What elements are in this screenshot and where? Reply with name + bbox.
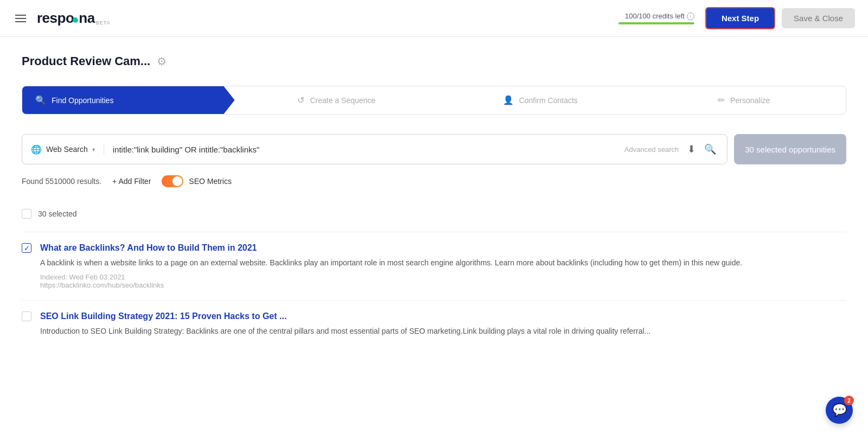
step-contacts-label: Confirm Contacts — [519, 96, 578, 105]
checkmark-icon: ✓ — [24, 244, 30, 252]
header-left: respona BETA — [13, 10, 111, 27]
search-row: 🌐 Web Search ▾ Advanced search ⬇ 🔍 30 se… — [22, 134, 846, 164]
save-close-button[interactable]: Save & Close — [782, 8, 855, 28]
selected-opportunities-button[interactable]: 30 selected opportunities — [734, 134, 846, 164]
logo-dot — [73, 17, 78, 23]
logo: respona BETA — [37, 10, 111, 27]
hamburger-menu[interactable] — [13, 12, 28, 24]
filter-row: Found 5510000 results. + Add Filter SEO … — [22, 175, 846, 187]
credits-info-icon[interactable]: i — [687, 12, 694, 20]
seo-metrics-toggle[interactable] — [162, 175, 183, 187]
result-description-1: A backlink is when a website links to a … — [40, 257, 846, 269]
search-type-text: Web Search — [46, 145, 88, 154]
search-step-icon: 🔍 — [35, 95, 46, 105]
credits-bar — [618, 22, 694, 24]
credits-value: 100/100 credits left — [625, 12, 685, 20]
result-content-1: What are Backlinks? And How to Build The… — [40, 243, 846, 289]
chevron-down-icon: ▾ — [92, 147, 95, 152]
credits-text: 100/100 credits left i — [625, 12, 694, 20]
select-all-row: 30 selected — [22, 205, 846, 223]
seo-metrics-label: SEO Metrics — [189, 177, 232, 186]
step-find-opportunities[interactable]: 🔍 Find Opportunities — [22, 86, 235, 114]
step-find-label: Find Opportunities — [52, 96, 113, 105]
result-checkbox-2[interactable] — [22, 311, 31, 321]
stepper: 🔍 Find Opportunities ↺ Create a Sequence… — [22, 86, 846, 114]
toggle-slider — [162, 175, 183, 187]
step-confirm-contacts[interactable]: 👤 Confirm Contacts — [438, 86, 642, 114]
step-create-sequence[interactable]: ↺ Create a Sequence — [235, 86, 439, 114]
result-url-1: https://backlinko.com/hub/seo/backlinks — [40, 281, 846, 289]
logo-text: respona — [37, 10, 95, 27]
select-all-label: 30 selected — [38, 209, 77, 218]
advanced-search-label: Advanced search — [624, 145, 679, 154]
result-indexed-1: Indexed: Wed Feb 03 2021 — [40, 273, 846, 281]
sequence-step-icon: ↺ — [297, 95, 304, 105]
download-icon[interactable]: ⬇ — [685, 141, 698, 157]
result-title-2[interactable]: SEO Link Building Strategy 2021: 15 Prov… — [40, 311, 846, 321]
step-personalize[interactable]: ✏ Personalize — [642, 86, 846, 114]
step-sequence-label: Create a Sequence — [310, 96, 375, 105]
logo-beta: BETA — [96, 20, 111, 26]
credits-section: 100/100 credits left i — [618, 12, 694, 24]
select-all-checkbox[interactable] — [22, 209, 31, 219]
results-list: 30 selected ✓ What are Backlinks? And Ho… — [22, 205, 846, 352]
result-title-1[interactable]: What are Backlinks? And How to Build The… — [40, 243, 846, 253]
search-input[interactable] — [104, 145, 624, 154]
gear-icon[interactable]: ⚙ — [157, 55, 167, 68]
seo-metrics-toggle-row: SEO Metrics — [162, 175, 232, 187]
result-item-2: SEO Link Building Strategy 2021: 15 Prov… — [22, 300, 846, 352]
result-item: ✓ What are Backlinks? And How to Build T… — [22, 232, 846, 300]
main-content: Product Review Cam... ⚙ 🔍 Find Opportuni… — [0, 37, 868, 370]
next-step-button[interactable]: Next Step — [705, 7, 775, 29]
campaign-title-row: Product Review Cam... ⚙ — [22, 54, 846, 68]
result-checkbox-1[interactable]: ✓ — [22, 243, 31, 253]
contacts-step-icon: 👤 — [503, 95, 514, 105]
search-type-selector[interactable]: 🌐 Web Search ▾ — [31, 144, 104, 155]
search-submit-icon[interactable]: 🔍 — [702, 141, 718, 157]
campaign-title: Product Review Cam... — [22, 54, 150, 68]
result-description-2: Introduction to SEO Link Building Strate… — [40, 326, 846, 337]
add-filter-button[interactable]: + Add Filter — [112, 177, 151, 186]
globe-icon: 🌐 — [31, 144, 42, 155]
search-box: 🌐 Web Search ▾ Advanced search ⬇ 🔍 — [22, 134, 727, 164]
personalize-step-icon: ✏ — [718, 95, 725, 105]
credits-bar-fill — [618, 22, 694, 24]
step-personalize-label: Personalize — [730, 96, 770, 105]
result-content-2: SEO Link Building Strategy 2021: 15 Prov… — [40, 311, 846, 341]
app-header: respona BETA 100/100 credits left i Next… — [0, 0, 868, 37]
results-count: Found 5510000 results. — [22, 177, 101, 186]
